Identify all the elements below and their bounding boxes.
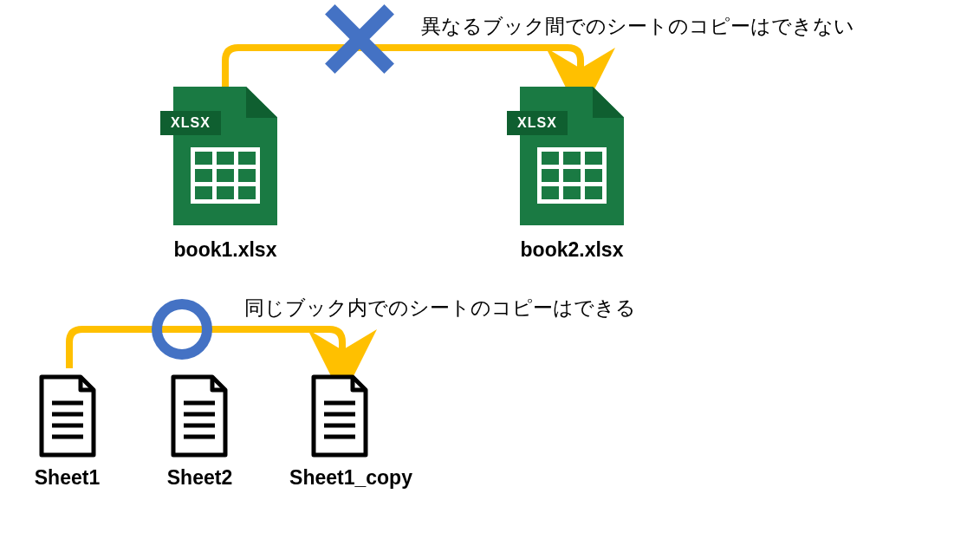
sheet-file-icon-sheet2 xyxy=(165,373,234,459)
xlsx-file-icon-book1: XLSX xyxy=(160,87,290,234)
x-mark-icon xyxy=(321,0,399,78)
label-sheet1-copy: Sheet1_copy xyxy=(277,466,425,490)
xlsx-badge: XLSX xyxy=(507,111,568,135)
xlsx-file-icon-book2: XLSX xyxy=(507,87,637,234)
sheet-file-icon-sheet1-copy xyxy=(305,373,374,459)
label-sheet2: Sheet2 xyxy=(150,466,250,490)
circle-mark-icon xyxy=(152,299,212,360)
label-book1: book1.xlsx xyxy=(165,238,286,262)
diagram-stage: 異なるブック間でのシートのコピーはできない XLSX XLSX xyxy=(0,0,980,539)
xlsx-badge: XLSX xyxy=(160,111,221,135)
label-sheet1: Sheet1 xyxy=(17,466,117,490)
label-book2: book2.xlsx xyxy=(511,238,633,262)
sheet-file-icon-sheet1 xyxy=(33,373,102,459)
